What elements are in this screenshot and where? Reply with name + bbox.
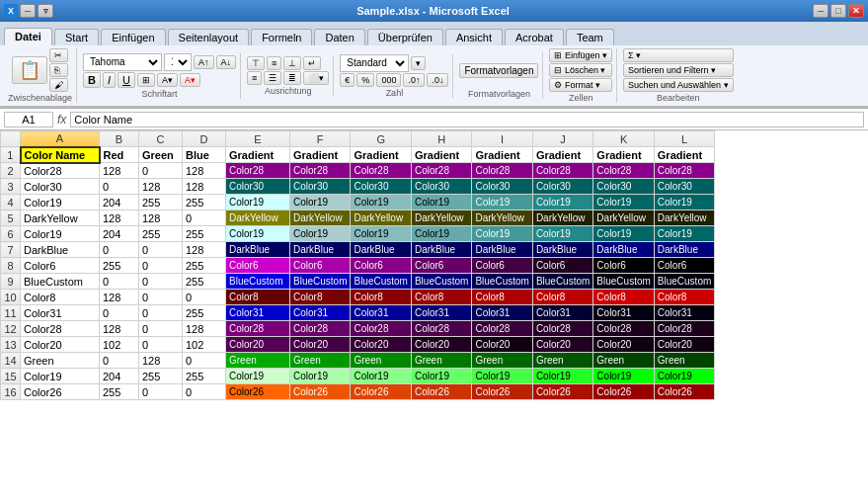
cell-gradient-9-6[interactable]: BlueCustom <box>593 274 654 290</box>
col-header-C[interactable]: C <box>139 131 183 147</box>
cell-L1[interactable]: Gradient <box>654 147 714 163</box>
row-header-11[interactable]: 11 <box>1 305 21 321</box>
cell-gradient-3-3[interactable]: Color30 <box>411 179 471 195</box>
increase-decimal-button[interactable]: .0↑ <box>403 73 425 87</box>
cell-gradient-5-0[interactable]: DarkYellow <box>226 210 290 226</box>
cell-gradient-2-5[interactable]: Color28 <box>532 163 592 179</box>
align-left-button[interactable]: ≡ <box>247 71 262 85</box>
cell-gradient-2-4[interactable]: Color28 <box>472 163 532 179</box>
cell-gradient-12-3[interactable]: Color28 <box>411 321 471 337</box>
format-as-table-button[interactable]: Formatvorlagen <box>459 63 538 78</box>
row-header-8[interactable]: 8 <box>1 258 21 274</box>
cell-gradient-10-2[interactable]: Color8 <box>351 290 411 305</box>
tab-seitenlayout[interactable]: Seitenlayout <box>168 29 250 45</box>
cell-A16[interactable]: Color26 <box>21 384 100 400</box>
cell-gradient-12-4[interactable]: Color28 <box>472 321 532 337</box>
cell-gradient-3-5[interactable]: Color30 <box>532 179 592 195</box>
tab-acrobat[interactable]: Acrobat <box>505 29 564 45</box>
formula-input[interactable] <box>70 112 864 127</box>
row-header-7[interactable]: 7 <box>1 242 21 258</box>
percent-button[interactable]: % <box>356 73 374 87</box>
cell-F1[interactable]: Gradient <box>290 147 351 163</box>
cell-gradient-13-1[interactable]: Color20 <box>290 337 351 353</box>
cell-gradient-8-2[interactable]: Color6 <box>351 258 411 274</box>
minimize-icon[interactable]: ─ <box>20 4 36 18</box>
col-header-E[interactable]: E <box>226 131 290 147</box>
number-format-expand[interactable]: ▾ <box>411 56 426 70</box>
row-header-10[interactable]: 10 <box>1 290 21 305</box>
autosum-button[interactable]: Σ ▾ <box>623 48 734 62</box>
tab-datei[interactable]: Datei <box>4 28 52 45</box>
cell-gradient-7-6[interactable]: DarkBlue <box>593 242 654 258</box>
cell-gradient-2-1[interactable]: Color28 <box>290 163 351 179</box>
cell-A9[interactable]: BlueCustom <box>21 274 100 290</box>
tab-ueberpruefen[interactable]: Überprüfen <box>367 29 443 45</box>
cell-gradient-8-1[interactable]: Color6 <box>290 258 351 274</box>
cell-reference-input[interactable] <box>4 112 53 127</box>
cell-gradient-2-3[interactable]: Color28 <box>411 163 471 179</box>
cell-gradient-10-3[interactable]: Color8 <box>411 290 471 305</box>
delete-cells-button[interactable]: ⊟ Löschen ▾ <box>549 63 612 77</box>
cell-gradient-3-6[interactable]: Color30 <box>593 179 654 195</box>
cell-gradient-12-5[interactable]: Color28 <box>532 321 592 337</box>
cell-gradient-13-5[interactable]: Color20 <box>532 337 592 353</box>
font-name-select[interactable]: Tahoma <box>83 53 162 71</box>
cell-gradient-2-0[interactable]: Color28 <box>226 163 290 179</box>
row-header-5[interactable]: 5 <box>1 210 21 226</box>
close-button[interactable]: ✕ <box>848 4 864 18</box>
bold-button[interactable]: B <box>83 72 101 88</box>
cell-gradient-8-6[interactable]: Color6 <box>593 258 654 274</box>
row-header-2[interactable]: 2 <box>1 163 21 179</box>
tab-start[interactable]: Start <box>54 29 99 45</box>
col-header-A[interactable]: A <box>21 131 100 147</box>
cell-gradient-6-4[interactable]: Color19 <box>472 226 532 242</box>
cell-gradient-15-3[interactable]: Color19 <box>411 369 471 384</box>
row-header-6[interactable]: 6 <box>1 226 21 242</box>
cell-gradient-9-3[interactable]: BlueCustom <box>411 274 471 290</box>
cell-gradient-16-2[interactable]: Color26 <box>351 384 411 400</box>
align-center-button[interactable]: ☰ <box>264 71 281 85</box>
cell-gradient-12-2[interactable]: Color28 <box>351 321 411 337</box>
cell-E1[interactable]: Gradient <box>226 147 290 163</box>
cell-gradient-9-5[interactable]: BlueCustom <box>532 274 592 290</box>
cell-gradient-4-4[interactable]: Color19 <box>472 195 532 210</box>
cell-gradient-14-2[interactable]: Green <box>351 353 411 369</box>
row-header-9[interactable]: 9 <box>1 274 21 290</box>
cell-gradient-8-3[interactable]: Color6 <box>411 258 471 274</box>
cell-A12[interactable]: Color28 <box>21 321 100 337</box>
increase-font-button[interactable]: A↑ <box>194 55 214 69</box>
cell-gradient-6-0[interactable]: Color19 <box>226 226 290 242</box>
cell-gradient-5-1[interactable]: DarkYellow <box>290 210 351 226</box>
cell-gradient-13-3[interactable]: Color20 <box>411 337 471 353</box>
col-header-J[interactable]: J <box>532 131 592 147</box>
fill-color-button[interactable]: A▾ <box>157 73 178 87</box>
cell-C1[interactable]: Green <box>139 147 183 163</box>
cell-gradient-3-0[interactable]: Color30 <box>226 179 290 195</box>
minimize-button[interactable]: ─ <box>813 4 829 18</box>
tab-team[interactable]: Team <box>566 29 614 45</box>
cell-gradient-4-0[interactable]: Color19 <box>226 195 290 210</box>
cell-gradient-13-6[interactable]: Color20 <box>593 337 654 353</box>
cell-gradient-6-1[interactable]: Color19 <box>290 226 351 242</box>
cell-gradient-7-0[interactable]: DarkBlue <box>226 242 290 258</box>
cell-A1[interactable]: Color Name <box>21 147 100 163</box>
cell-A2[interactable]: Color28 <box>21 163 100 179</box>
cell-gradient-11-5[interactable]: Color31 <box>532 305 592 321</box>
border-button[interactable]: ⊞ <box>137 73 155 87</box>
cell-A11[interactable]: Color31 <box>21 305 100 321</box>
cell-J1[interactable]: Gradient <box>532 147 592 163</box>
cell-gradient-7-3[interactable]: DarkBlue <box>411 242 471 258</box>
row-header-13[interactable]: 13 <box>1 337 21 353</box>
cell-gradient-13-0[interactable]: Color20 <box>226 337 290 353</box>
cell-gradient-12-6[interactable]: Color28 <box>593 321 654 337</box>
align-middle-button[interactable]: ≡ <box>267 56 281 70</box>
cell-A14[interactable]: Green <box>21 353 100 369</box>
cell-gradient-8-0[interactable]: Color6 <box>226 258 290 274</box>
cell-gradient-13-4[interactable]: Color20 <box>472 337 532 353</box>
col-header-L[interactable]: L <box>654 131 714 147</box>
cell-B1[interactable]: Red <box>100 147 139 163</box>
paste-button[interactable]: 📋 <box>12 56 47 84</box>
cell-gradient-15-5[interactable]: Color19 <box>532 369 592 384</box>
cell-gradient-5-3[interactable]: DarkYellow <box>411 210 471 226</box>
cell-H1[interactable]: Gradient <box>411 147 471 163</box>
